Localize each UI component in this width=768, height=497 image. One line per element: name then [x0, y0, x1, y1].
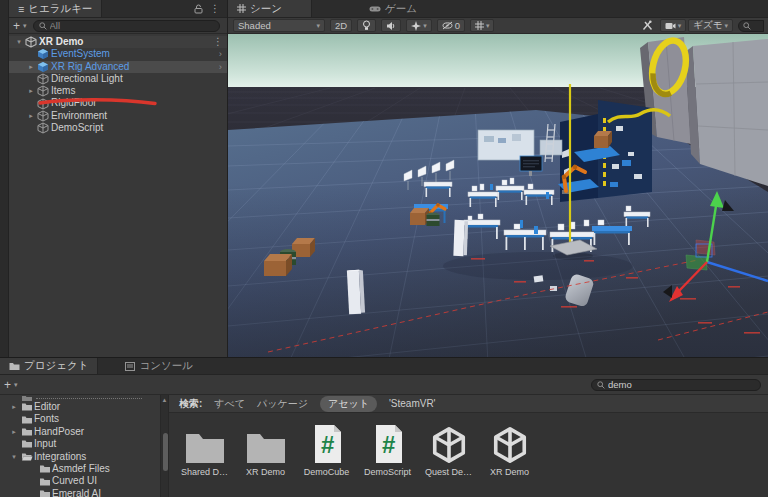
hierarchy-search-field[interactable]	[33, 20, 220, 32]
asset-tile-demoscript[interactable]: # DemoScript	[359, 424, 416, 477]
folder-row-fonts[interactable]: Fonts	[0, 413, 160, 425]
hidden-count: 0	[455, 20, 460, 31]
project-add-caret-icon[interactable]: ▾	[14, 381, 18, 389]
folder-row-curved-ui[interactable]: Curved UI	[0, 475, 160, 487]
dropdown-caret-icon: ▾	[316, 22, 320, 30]
scene-search-field[interactable]	[738, 20, 764, 32]
hierarchy-item-items[interactable]: ▸ Items	[9, 85, 227, 97]
folder-row-editor[interactable]: ▸ Editor	[0, 401, 160, 413]
hierarchy-item-rigidfloor[interactable]: RigidFloor	[9, 97, 227, 109]
grid-settings-icon	[475, 21, 484, 30]
camera-caret-icon[interactable]: ▾	[678, 22, 682, 30]
hierarchy-add-button[interactable]: +	[13, 20, 20, 32]
csharp-script-icon: #	[311, 424, 343, 464]
tab-console-label: コンソール	[139, 359, 192, 373]
scene-audio-toggle[interactable]	[381, 19, 401, 32]
project-add-button[interactable]: +	[4, 379, 11, 391]
scene-visibility-toggle[interactable]: 0	[437, 19, 465, 32]
scene-tools-button[interactable]	[637, 19, 658, 32]
whiteboard	[478, 130, 534, 160]
hierarchy-item-demoscript[interactable]: DemoScript	[9, 122, 227, 134]
foldout-collapsed-icon[interactable]: ▸	[26, 85, 36, 97]
lock-icon[interactable]	[194, 4, 203, 14]
tab-console[interactable]: コンソール	[116, 358, 201, 374]
draw-mode-dropdown[interactable]: Shaded ▾	[233, 19, 325, 32]
folder-icon	[38, 489, 52, 497]
asset-grid: Shared D… XR Demo # DemoCube	[169, 413, 768, 477]
tab-hierarchy[interactable]: ≡ ヒエラルキー	[9, 0, 102, 17]
foldout-expanded-icon[interactable]: ▾	[9, 451, 19, 463]
scene-kebab-icon[interactable]: ⋮	[213, 36, 227, 48]
toggle-2d-button[interactable]: 2D	[330, 19, 352, 32]
foldout-collapsed-icon[interactable]: ▸	[9, 401, 19, 413]
unity-cube-icon	[430, 424, 468, 464]
foldout-collapsed-icon[interactable]: ▸	[9, 426, 19, 438]
grid-caret-icon[interactable]: ▾	[486, 22, 490, 30]
folder-row-handposer[interactable]: ▸ HandPoser	[0, 426, 160, 438]
filter-scope-all[interactable]: すべて	[214, 397, 245, 411]
effects-caret-icon[interactable]: ▾	[423, 22, 427, 30]
prefab-open-chevron-icon[interactable]: ›	[219, 48, 227, 60]
hierarchy-add-caret-icon[interactable]: ▾	[23, 22, 27, 30]
scene-effects-toggle[interactable]: ▾	[406, 19, 432, 32]
white-pillar-right[interactable]	[453, 220, 468, 256]
project-search-input[interactable]	[608, 379, 755, 390]
folder-row-clipped[interactable]	[0, 396, 160, 401]
hierarchy-scene-row[interactable]: ▾ XR Demo ⋮	[9, 36, 227, 48]
scene-camera-settings[interactable]: ▾	[660, 19, 687, 32]
filter-scope-packages[interactable]: パッケージ	[257, 397, 308, 411]
tab-game-label: ゲーム	[385, 2, 417, 16]
asset-tile-xr-demo-asset[interactable]: XR Demo	[481, 424, 538, 477]
tab-project[interactable]: プロジェクト	[0, 358, 98, 374]
foldout-expanded-icon[interactable]: ▾	[14, 36, 24, 48]
folder-icon	[38, 464, 52, 474]
foldout-collapsed-icon[interactable]: ▸	[26, 61, 36, 73]
hierarchy-item-directional-light[interactable]: Directional Light	[9, 73, 227, 85]
project-tree-scrollbar[interactable]: ▲	[160, 395, 169, 497]
asset-tile-democube[interactable]: # DemoCube	[298, 424, 355, 477]
prefab-cube-icon	[36, 48, 49, 60]
prefab-open-chevron-icon[interactable]: ›	[219, 61, 227, 73]
scene-viewport[interactable]	[228, 34, 768, 357]
gameobject-cube-icon	[36, 73, 49, 85]
hierarchy-item-eventsystem[interactable]: EventSystem ›	[9, 48, 227, 60]
asset-tile-quest-demo[interactable]: Quest De…	[420, 424, 477, 477]
gamepad-icon	[369, 5, 381, 13]
hierarchy-item-environment[interactable]: ▸ Environment	[9, 110, 227, 122]
folder-row-emerald-ai[interactable]: Emerald AI	[0, 488, 160, 497]
crate-on-platform	[594, 131, 612, 148]
filter-query: 'SteamVR'	[389, 398, 436, 409]
hierarchy-search-input[interactable]	[50, 20, 214, 31]
asset-tile-xr-demo-folder[interactable]: XR Demo	[237, 424, 294, 477]
asset-tile-shared-d[interactable]: Shared D…	[176, 424, 233, 477]
folder-icon	[184, 424, 226, 464]
scene-grid-settings[interactable]: ▾	[470, 19, 495, 32]
scrollbar-thumb[interactable]	[163, 433, 168, 471]
tab-game[interactable]: ゲーム	[360, 0, 426, 17]
scene-view-panel: シーン ゲーム Shaded ▾ 2D	[228, 0, 768, 357]
white-pillar-left[interactable]	[347, 270, 365, 315]
scene-3d-render[interactable]	[228, 34, 768, 357]
open-folder-icon	[20, 452, 34, 462]
gizmos-dropdown[interactable]: ギズモ ▾	[688, 19, 733, 32]
tab-hierarchy-label: ヒエラルキー	[28, 2, 92, 16]
hierarchy-menu-icon[interactable]: ⋮	[210, 3, 220, 14]
tab-scene[interactable]: シーン	[228, 0, 312, 17]
project-search-field[interactable]	[591, 379, 761, 391]
hierarchy-item-xr-rig-advanced[interactable]: ▸ XR Rig Advanced ›	[9, 61, 227, 73]
unity-editor-window: ≡ ヒエラルキー ⋮ + ▾	[0, 0, 768, 497]
svg-text:#: #	[320, 431, 333, 458]
filter-label: 検索:	[179, 397, 202, 411]
folder-row-asmdef-files[interactable]: Asmdef Files	[0, 463, 160, 475]
folder-row-integrations[interactable]: ▾ Integrations	[0, 451, 160, 463]
scene-lighting-toggle[interactable]	[357, 19, 376, 32]
folder-row-input[interactable]: Input	[0, 438, 160, 450]
prefab-cube-icon	[36, 61, 49, 73]
item-label: DemoScript	[51, 122, 103, 134]
hierarchy-panel: ≡ ヒエラルキー ⋮ + ▾	[9, 0, 228, 357]
search-icon	[39, 22, 47, 30]
scroll-up-icon[interactable]: ▲	[161, 397, 168, 403]
foldout-collapsed-icon[interactable]: ▸	[26, 110, 36, 122]
tools-icon	[642, 20, 653, 31]
filter-scope-assets[interactable]: アセット	[320, 396, 377, 412]
